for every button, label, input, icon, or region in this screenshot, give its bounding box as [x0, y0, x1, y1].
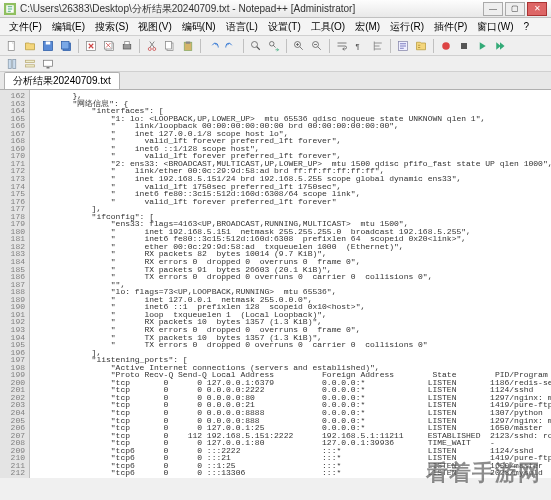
macro-record-icon[interactable] — [438, 38, 454, 54]
menu-item[interactable]: 插件(P) — [429, 20, 472, 34]
svg-rect-5 — [62, 41, 70, 49]
svg-rect-26 — [13, 59, 16, 68]
close-button[interactable]: ✕ — [527, 2, 547, 16]
redo-icon[interactable] — [223, 38, 239, 54]
save-icon[interactable] — [40, 38, 56, 54]
doc-switcher-icon[interactable] — [22, 56, 38, 72]
separator — [433, 39, 434, 53]
menu-item[interactable]: 设置(T) — [263, 20, 306, 34]
monitor-icon[interactable] — [40, 56, 56, 72]
minimize-button[interactable]: — — [483, 2, 503, 16]
svg-rect-9 — [123, 44, 131, 49]
menu-item[interactable]: 语言(L) — [221, 20, 263, 34]
close-file-icon[interactable] — [83, 38, 99, 54]
tab-bar: 分析结果20240709.txt — [0, 72, 551, 90]
svg-point-12 — [153, 47, 156, 50]
separator — [243, 39, 244, 53]
tab-label: 分析结果20240709.txt — [13, 75, 111, 86]
print-icon[interactable] — [119, 38, 135, 54]
svg-rect-16 — [186, 41, 191, 43]
app-icon — [4, 3, 16, 15]
indent-guide-icon[interactable] — [370, 38, 386, 54]
zoom-out-icon[interactable] — [309, 38, 325, 54]
cut-icon[interactable] — [144, 38, 160, 54]
menu-item[interactable]: 工具(O) — [306, 20, 350, 34]
menu-item[interactable]: 运行(R) — [385, 20, 429, 34]
menu-bar: 文件(F)编辑(E)搜索(S)视图(V)编码(N)语言(L)设置(T)工具(O)… — [0, 18, 551, 36]
svg-rect-1 — [8, 41, 14, 50]
word-wrap-icon[interactable] — [334, 38, 350, 54]
svg-rect-10 — [125, 41, 130, 44]
line-number-gutter: 162 163 164 165 166 167 168 169 170 171 … — [0, 90, 30, 478]
close-all-icon[interactable] — [101, 38, 117, 54]
menu-item[interactable]: 文件(F) — [4, 20, 47, 34]
svg-point-23 — [442, 42, 450, 50]
separator — [329, 39, 330, 53]
toolbar-main: ¶ — [0, 36, 551, 56]
svg-point-17 — [252, 41, 258, 47]
svg-rect-14 — [166, 41, 172, 49]
menu-item[interactable]: 搜索(S) — [90, 20, 133, 34]
svg-rect-29 — [44, 60, 53, 66]
svg-rect-25 — [8, 59, 11, 68]
menu-item[interactable]: ? — [519, 21, 535, 32]
window-title: C:\Users\26383\Desktop\分析结果20240709.txt … — [20, 2, 355, 16]
show-all-chars-icon[interactable]: ¶ — [352, 38, 368, 54]
title-bar: C:\Users\26383\Desktop\分析结果20240709.txt … — [0, 0, 551, 18]
menu-item[interactable]: 窗口(W) — [472, 20, 518, 34]
replace-icon[interactable] — [266, 38, 282, 54]
toolbar-secondary — [0, 56, 551, 72]
separator — [390, 39, 391, 53]
find-icon[interactable] — [248, 38, 264, 54]
separator — [200, 39, 201, 53]
macro-play-multi-icon[interactable] — [492, 38, 508, 54]
svg-point-11 — [148, 47, 151, 50]
macro-stop-icon[interactable] — [456, 38, 472, 54]
zoom-in-icon[interactable] — [291, 38, 307, 54]
maximize-button[interactable]: ▢ — [505, 2, 525, 16]
undo-icon[interactable] — [205, 38, 221, 54]
separator — [139, 39, 140, 53]
svg-rect-3 — [46, 41, 51, 44]
folder-tree-icon[interactable] — [413, 38, 429, 54]
macro-play-icon[interactable] — [474, 38, 490, 54]
editor-pane[interactable]: 162 163 164 165 166 167 168 169 170 171 … — [0, 90, 551, 478]
separator — [78, 39, 79, 53]
tab-active[interactable]: 分析结果20240709.txt — [4, 72, 120, 89]
svg-rect-27 — [26, 60, 35, 62]
svg-rect-28 — [26, 64, 35, 66]
separator — [286, 39, 287, 53]
menu-item[interactable]: 视图(V) — [133, 20, 176, 34]
paste-icon[interactable] — [180, 38, 196, 54]
new-file-icon[interactable] — [4, 38, 20, 54]
menu-item[interactable]: 编码(N) — [177, 20, 221, 34]
copy-icon[interactable] — [162, 38, 178, 54]
code-content[interactable]: }, "网络信息": { "interfaces": [ "1: lo: <LO… — [30, 90, 551, 478]
save-all-icon[interactable] — [58, 38, 74, 54]
menu-item[interactable]: 宏(M) — [350, 20, 385, 34]
doc-map-icon[interactable] — [4, 56, 20, 72]
function-list-icon[interactable] — [395, 38, 411, 54]
menu-item[interactable]: 编辑(E) — [47, 20, 90, 34]
svg-text:¶: ¶ — [356, 42, 360, 51]
open-file-icon[interactable] — [22, 38, 38, 54]
svg-rect-24 — [461, 43, 467, 49]
